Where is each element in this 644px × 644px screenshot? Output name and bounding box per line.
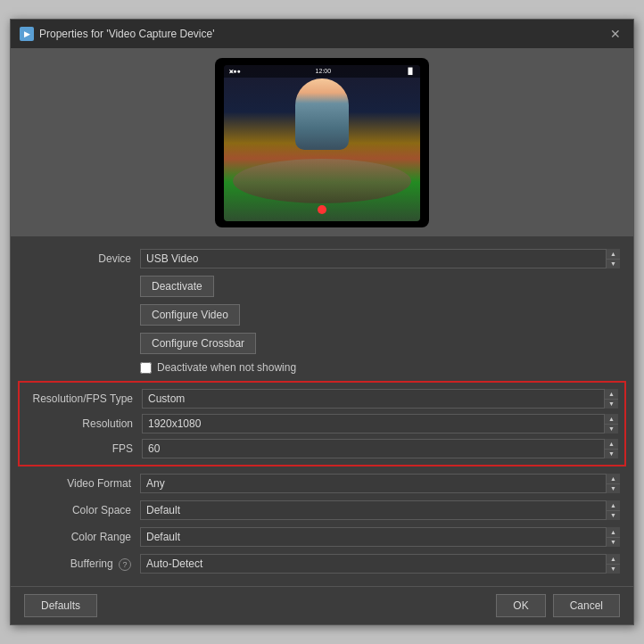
color-range-spinner: ▲ ▼ xyxy=(606,527,620,547)
color-range-select[interactable]: Default xyxy=(140,527,620,547)
device-spinner: ▲ ▼ xyxy=(606,249,620,268)
resolution-spin-down[interactable]: ▼ xyxy=(605,425,618,434)
buffering-info-icon[interactable]: ? xyxy=(119,558,131,571)
resolution-fps-type-select[interactable]: Custom xyxy=(142,389,618,409)
video-format-select[interactable]: Any xyxy=(140,474,620,493)
configure-crossbar-button[interactable]: Configure Crossbar xyxy=(140,333,256,354)
fps-wrapper: 60 ▲ ▼ xyxy=(142,439,618,458)
video-content-food xyxy=(233,159,411,203)
preview-area: ●●● 12:00 ▐▌ ✕ xyxy=(11,49,633,236)
buffering-wrapper: Auto-Detect ▲ ▼ xyxy=(140,554,620,574)
cs-spin-up[interactable]: ▲ xyxy=(607,500,620,511)
deactivate-checkbox-label[interactable]: Deactivate when not showing xyxy=(157,361,296,374)
resolution-fps-type-label: Resolution/FPS Type xyxy=(26,392,133,405)
device-select-wrapper: USB Video ▲ ▼ xyxy=(140,249,620,268)
defaults-button[interactable]: Defaults xyxy=(24,594,97,617)
vf-spin-up[interactable]: ▲ xyxy=(607,474,620,484)
resolution-fps-type-row: Resolution/FPS Type Custom ▲ ▼ xyxy=(20,386,624,411)
device-spin-down[interactable]: ▼ xyxy=(607,260,620,269)
device-spin-up[interactable]: ▲ xyxy=(607,249,620,260)
vf-spin-down[interactable]: ▼ xyxy=(607,484,620,494)
record-indicator xyxy=(318,205,326,214)
buf-spin-up[interactable]: ▲ xyxy=(607,554,620,565)
fps-label: FPS xyxy=(26,442,133,455)
dialog-title: Properties for 'Video Capture Device' xyxy=(39,28,214,40)
resolution-spinner: ▲ ▼ xyxy=(604,414,618,433)
deactivate-checkbox[interactable] xyxy=(140,362,152,374)
resolution-type-spinner: ▲ ▼ xyxy=(604,389,618,409)
configure-video-row: Configure Video xyxy=(11,301,633,329)
buffering-spinner: ▲ ▼ xyxy=(606,554,620,574)
color-range-label: Color Range xyxy=(24,531,131,543)
res-type-spin-down[interactable]: ▼ xyxy=(605,400,618,409)
resolution-fps-type-wrapper: Custom ▲ ▼ xyxy=(142,389,618,409)
cr-spin-down[interactable]: ▼ xyxy=(607,538,620,548)
resolution-wrapper: 1920x1080 ▲ ▼ xyxy=(142,414,618,433)
fps-select[interactable]: 60 xyxy=(142,439,618,458)
buf-spin-down[interactable]: ▼ xyxy=(607,565,620,574)
footer: Defaults OK Cancel xyxy=(11,586,633,624)
cr-spin-up[interactable]: ▲ xyxy=(607,527,620,538)
cancel-button[interactable]: Cancel xyxy=(553,594,620,617)
fps-spin-up[interactable]: ▲ xyxy=(605,439,618,450)
deactivate-checkbox-row: Deactivate when not showing xyxy=(11,358,633,377)
deactivate-button[interactable]: Deactivate xyxy=(140,276,214,297)
close-button[interactable]: ✕ xyxy=(607,25,624,43)
fps-spin-down[interactable]: ▼ xyxy=(605,450,618,459)
properties-dialog: ▶ Properties for 'Video Capture Device' … xyxy=(10,19,634,625)
fps-spinner: ▲ ▼ xyxy=(604,439,618,458)
color-range-row: Color Range Default ▲ ▼ xyxy=(11,524,633,550)
color-range-wrapper: Default ▲ ▼ xyxy=(140,527,620,547)
device-select[interactable]: USB Video xyxy=(140,249,620,268)
configure-crossbar-row: Configure Crossbar xyxy=(11,329,633,358)
resolution-spin-up[interactable]: ▲ xyxy=(605,414,618,425)
form-content: Device USB Video ▲ ▼ Deactivate Configur… xyxy=(11,236,633,586)
ok-button[interactable]: OK xyxy=(496,594,545,617)
device-label: Device xyxy=(24,252,131,265)
color-space-spinner: ▲ ▼ xyxy=(606,500,620,520)
video-content-child xyxy=(295,78,349,150)
video-format-row: Video Format Any ▲ ▼ xyxy=(11,470,633,497)
video-format-label: Video Format xyxy=(24,477,131,490)
screen-close-icon: ✕ xyxy=(228,68,235,76)
phone-screen: ●●● 12:00 ▐▌ ✕ xyxy=(224,65,420,221)
resolution-fps-section: Resolution/FPS Type Custom ▲ ▼ Resolutio… xyxy=(18,381,626,466)
buffering-label: Buffering ? xyxy=(24,557,131,571)
color-space-select[interactable]: Default xyxy=(140,500,620,520)
configure-video-button[interactable]: Configure Video xyxy=(140,304,240,326)
status-bar: ●●● 12:00 ▐▌ xyxy=(224,65,420,78)
buffering-row: Buffering ? Auto-Detect ▲ ▼ xyxy=(11,550,633,577)
resolution-row: Resolution 1920x1080 ▲ ▼ xyxy=(20,411,624,436)
video-format-wrapper: Any ▲ ▼ xyxy=(140,474,620,493)
color-space-label: Color Space xyxy=(24,504,131,516)
device-row: Device USB Video ▲ ▼ xyxy=(11,245,633,272)
buttons-row: Deactivate xyxy=(11,272,633,301)
resolution-label: Resolution xyxy=(26,417,133,430)
fps-row: FPS 60 ▲ ▼ xyxy=(20,436,624,461)
title-bar-left: ▶ Properties for 'Video Capture Device' xyxy=(20,27,214,41)
cs-spin-down[interactable]: ▼ xyxy=(607,511,620,521)
title-bar: ▶ Properties for 'Video Capture Device' … xyxy=(11,20,633,49)
app-icon: ▶ xyxy=(20,27,34,41)
resolution-select[interactable]: 1920x1080 xyxy=(142,414,618,433)
color-space-row: Color Space Default ▲ ▼ xyxy=(11,497,633,524)
res-type-spin-up[interactable]: ▲ xyxy=(605,389,618,400)
video-format-spinner: ▲ ▼ xyxy=(606,474,620,493)
buffering-select[interactable]: Auto-Detect xyxy=(140,554,620,574)
video-preview: ●●● 12:00 ▐▌ ✕ xyxy=(215,58,429,227)
footer-right: OK Cancel xyxy=(496,594,620,617)
color-space-wrapper: Default ▲ ▼ xyxy=(140,500,620,520)
